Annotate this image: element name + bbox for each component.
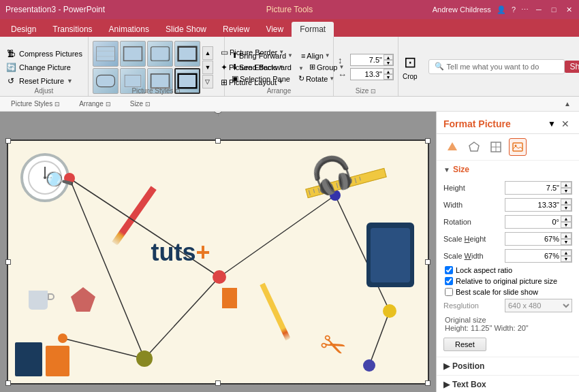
rotate-handle[interactable]: ↻ <box>213 112 223 114</box>
share-button[interactable]: Share <box>565 61 579 73</box>
scale-height-down[interactable]: ▼ <box>561 239 572 245</box>
ribbon-collapse-btn[interactable]: ▲ <box>564 100 571 108</box>
styles-expand-icon[interactable]: ⊡ <box>175 88 181 95</box>
adjust-section: 🗜 Compress Pictures 🔄 Change Picture ↺ R… <box>0 37 89 96</box>
resolution-select[interactable]: 640 x 480 <box>505 299 572 312</box>
crop-button[interactable]: ⊡ Crop <box>403 54 418 80</box>
panel-rotation-down[interactable]: ▼ <box>561 222 572 228</box>
tab-slideshow[interactable]: Slide Show <box>157 22 215 37</box>
textbox-section[interactable]: ▶ Text Box <box>437 376 579 392</box>
panel-title: Format Picture <box>443 118 511 129</box>
tab-transitions[interactable]: Transitions <box>44 22 100 37</box>
handle-mid-right[interactable] <box>425 259 431 265</box>
height-spin-down[interactable]: ▼ <box>384 60 393 65</box>
account-icon: 👤 <box>497 5 506 14</box>
width-spin-down[interactable]: ▼ <box>384 74 393 80</box>
close-button[interactable]: ✕ <box>564 5 574 14</box>
styles-label: Picture Styles ⊡ <box>89 87 224 95</box>
reset-picture-button[interactable]: ↺ Reset Picture ▼ <box>4 75 74 87</box>
crop-content: ⊡ Crop <box>403 39 418 95</box>
styles-scroll-down[interactable]: ▼ <box>202 61 213 74</box>
tab-format[interactable]: Format <box>292 22 334 37</box>
search-bar[interactable]: 🔍 Tell me what you want to do <box>428 59 565 74</box>
best-scale-checkbox[interactable] <box>445 288 453 296</box>
rotation-prop-label: Rotation <box>443 218 505 226</box>
panel-width-up[interactable]: ▲ <box>561 199 572 205</box>
style-thumb-2[interactable] <box>120 41 146 67</box>
svg-marker-30 <box>448 142 457 150</box>
maximize-button[interactable]: □ <box>549 5 559 14</box>
scale-width-down[interactable]: ▼ <box>561 256 572 262</box>
picture-tools-label: Picture Tools <box>266 5 313 14</box>
reset-button[interactable]: Reset <box>443 338 486 351</box>
position-section[interactable]: ▶ Position <box>437 357 579 376</box>
picture-tab[interactable] <box>509 138 527 156</box>
size-section: ↕ 7.5" ▲ ▼ ↔ 13.3" ▲ <box>334 37 398 96</box>
effects-tab[interactable] <box>465 138 483 156</box>
tab-review[interactable]: Review <box>215 22 257 37</box>
compress-pictures-button[interactable]: 🗜 Compress Pictures <box>4 48 84 60</box>
styles-scroll-up[interactable]: ▲ <box>202 46 213 60</box>
scale-width-up[interactable]: ▲ <box>561 250 572 256</box>
slide-canvas: 🎧 ✂ <box>7 140 429 385</box>
rotate-button[interactable]: ↻ Rotate ▼ <box>296 74 337 84</box>
tab-view[interactable]: View <box>257 22 292 37</box>
svg-line-18 <box>144 277 219 359</box>
rotation-prop-row: Rotation ▲ ▼ <box>443 215 572 229</box>
panel-height-down[interactable]: ▼ <box>561 188 572 194</box>
size-section-header[interactable]: ▼ Size <box>437 161 579 178</box>
svg-rect-2 <box>152 48 168 59</box>
handle-bot-left[interactable] <box>5 380 11 386</box>
align-icon: ≡ <box>301 52 305 60</box>
panel-icon-toolbar <box>437 134 579 161</box>
picture-styles-section: ▲ ▼ ▽ ▭ Picture Styles Picture Border ▼ … <box>89 37 225 96</box>
svg-rect-0 <box>97 46 115 61</box>
panel-menu-button[interactable]: ▼ <box>548 119 556 129</box>
deco-gem <box>69 286 97 315</box>
style-thumb-1[interactable] <box>93 41 119 67</box>
send-backward-button[interactable]: ⬇ Send Backward <box>229 62 294 72</box>
title-text: Presentation3 - PowerPoint <box>5 5 105 14</box>
width-prop-row: Width ▲ ▼ <box>443 198 572 212</box>
lock-aspect-checkbox[interactable] <box>445 266 453 274</box>
group-icon: ⊞ <box>309 63 315 71</box>
handle-bot-center[interactable] <box>215 380 221 386</box>
align-button[interactable]: ≡ Align ▼ <box>298 51 333 61</box>
size-expand-icon[interactable]: ⊡ <box>371 88 376 95</box>
change-picture-button[interactable]: 🔄 Change Picture <box>4 61 72 74</box>
panel-close-button[interactable]: ✕ <box>559 117 572 131</box>
size-label: Size ⊡ <box>334 87 398 95</box>
section-size: Size ⊡ <box>127 99 153 108</box>
styles-expand[interactable]: ▽ <box>202 75 213 88</box>
deco-eraser <box>222 288 237 308</box>
panel-width-down[interactable]: ▼ <box>561 205 572 211</box>
tab-design[interactable]: Design <box>3 22 44 37</box>
fill-effects-tab[interactable] <box>443 138 461 156</box>
handle-mid-left[interactable] <box>5 259 11 265</box>
height-spin-up[interactable]: ▲ <box>384 54 393 60</box>
styles-content: ▲ ▼ ▽ ▭ Picture Styles Picture Border ▼ … <box>93 39 220 95</box>
minimize-button[interactable]: ─ <box>534 5 544 14</box>
handle-top-left[interactable] <box>5 138 11 144</box>
handle-bot-right[interactable] <box>425 380 431 386</box>
scale-width-prop-row: Scale Width ▲ ▼ <box>443 249 572 263</box>
style-thumb-4[interactable] <box>174 41 200 67</box>
arrange-content: ⬆ Bring Forward ▼ ≡ Align ▼ ⬇ Send Backw… <box>229 39 329 95</box>
handle-top-right[interactable] <box>425 138 431 144</box>
layout-tab[interactable] <box>487 138 505 156</box>
svg-rect-5 <box>97 75 115 86</box>
original-size-label: Original size Height: 11.25" Width: 20" <box>443 316 572 332</box>
width-spin-up[interactable]: ▲ <box>384 69 393 74</box>
svg-rect-10 <box>178 74 197 88</box>
section-picture-styles: Picture Styles ⊡ <box>8 99 63 108</box>
panel-height-up[interactable]: ▲ <box>561 182 572 188</box>
style-thumb-3[interactable] <box>147 41 173 67</box>
relative-size-checkbox[interactable] <box>445 277 453 285</box>
selection-pane-button[interactable]: ▣ Selection Pane <box>229 74 293 84</box>
bring-forward-button[interactable]: ⬆ Bring Forward ▼ <box>229 50 296 61</box>
scale-height-up[interactable]: ▲ <box>561 233 572 239</box>
handle-top-center[interactable] <box>215 138 221 144</box>
tab-animations[interactable]: Animations <box>101 22 157 37</box>
panel-rotation-up[interactable]: ▲ <box>561 216 572 222</box>
ribbon-toggle[interactable]: ⋯ <box>521 5 529 14</box>
